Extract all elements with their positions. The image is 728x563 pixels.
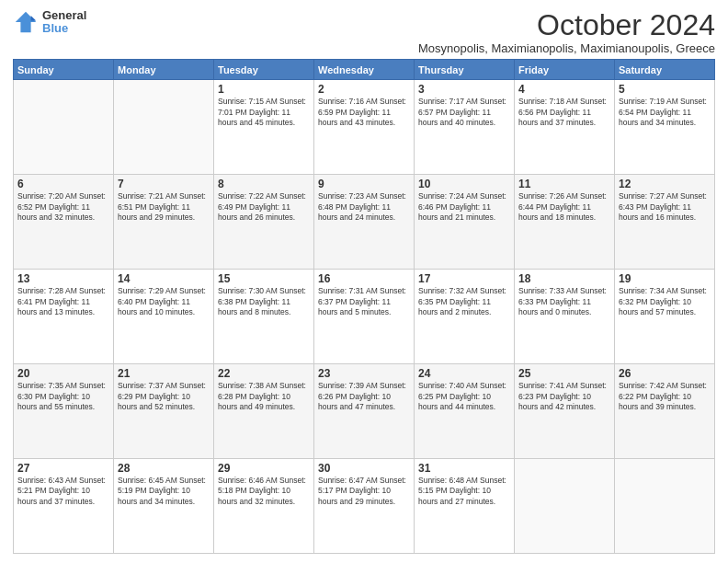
calendar-cell: 12Sunrise: 7:27 AM Sunset: 6:43 PM Dayli… [615, 175, 715, 270]
day-info: Sunrise: 7:30 AM Sunset: 6:38 PM Dayligh… [218, 286, 310, 317]
day-info: Sunrise: 6:46 AM Sunset: 5:18 PM Dayligh… [218, 476, 310, 507]
calendar-cell: 21Sunrise: 7:37 AM Sunset: 6:29 PM Dayli… [114, 364, 214, 459]
day-info: Sunrise: 7:17 AM Sunset: 6:57 PM Dayligh… [418, 97, 510, 128]
col-tuesday: Tuesday [214, 60, 314, 80]
location-subtitle: Mosynopolis, Maximianopolis, Maximianoup… [418, 41, 715, 55]
day-info: Sunrise: 6:48 AM Sunset: 5:15 PM Dayligh… [418, 476, 510, 507]
day-info: Sunrise: 7:39 AM Sunset: 6:26 PM Dayligh… [318, 381, 410, 412]
calendar-cell: 13Sunrise: 7:28 AM Sunset: 6:41 PM Dayli… [14, 270, 114, 364]
calendar-week-1: 1Sunrise: 7:15 AM Sunset: 7:01 PM Daylig… [14, 80, 715, 175]
day-info: Sunrise: 7:42 AM Sunset: 6:22 PM Dayligh… [619, 381, 711, 412]
calendar-cell: 26Sunrise: 7:42 AM Sunset: 6:22 PM Dayli… [615, 364, 715, 459]
calendar-cell: 19Sunrise: 7:34 AM Sunset: 6:32 PM Dayli… [615, 270, 715, 364]
calendar-cell: 22Sunrise: 7:38 AM Sunset: 6:28 PM Dayli… [214, 364, 314, 459]
day-number: 1 [218, 83, 310, 96]
day-number: 19 [619, 272, 711, 285]
day-number: 20 [17, 367, 109, 380]
logo: General Blue [13, 9, 86, 36]
day-info: Sunrise: 7:27 AM Sunset: 6:43 PM Dayligh… [619, 191, 711, 223]
calendar-cell: 29Sunrise: 6:46 AM Sunset: 5:18 PM Dayli… [214, 459, 314, 554]
day-number: 4 [518, 83, 610, 96]
calendar-cell: 7Sunrise: 7:21 AM Sunset: 6:51 PM Daylig… [114, 175, 214, 270]
day-info: Sunrise: 7:31 AM Sunset: 6:37 PM Dayligh… [318, 286, 410, 317]
day-number: 11 [518, 178, 610, 190]
day-info: Sunrise: 7:26 AM Sunset: 6:44 PM Dayligh… [518, 191, 610, 223]
calendar-cell: 15Sunrise: 7:30 AM Sunset: 6:38 PM Dayli… [214, 270, 314, 364]
col-saturday: Saturday [615, 60, 715, 80]
col-thursday: Thursday [415, 60, 515, 80]
day-info: Sunrise: 7:32 AM Sunset: 6:35 PM Dayligh… [418, 286, 510, 317]
day-info: Sunrise: 7:18 AM Sunset: 6:56 PM Dayligh… [518, 97, 610, 128]
day-number: 26 [619, 367, 711, 380]
day-info: Sunrise: 7:29 AM Sunset: 6:40 PM Dayligh… [118, 286, 210, 317]
calendar-cell: 30Sunrise: 6:47 AM Sunset: 5:17 PM Dayli… [314, 459, 415, 554]
day-number: 16 [318, 272, 410, 285]
month-title: October 2024 [418, 9, 715, 41]
day-info: Sunrise: 7:21 AM Sunset: 6:51 PM Dayligh… [118, 191, 210, 223]
calendar-cell: 11Sunrise: 7:26 AM Sunset: 6:44 PM Dayli… [515, 175, 615, 270]
day-info: Sunrise: 7:35 AM Sunset: 6:30 PM Dayligh… [17, 381, 109, 412]
calendar-cell: 28Sunrise: 6:45 AM Sunset: 5:19 PM Dayli… [114, 459, 214, 554]
day-number: 2 [318, 83, 410, 96]
page: General Blue October 2024 Mosynopolis, M… [0, 0, 728, 563]
day-number: 15 [218, 272, 310, 285]
day-number: 6 [17, 178, 109, 190]
calendar-cell: 31Sunrise: 6:48 AM Sunset: 5:15 PM Dayli… [415, 459, 515, 554]
col-friday: Friday [515, 60, 615, 80]
day-info: Sunrise: 7:16 AM Sunset: 6:59 PM Dayligh… [318, 97, 410, 128]
col-monday: Monday [114, 60, 214, 80]
day-info: Sunrise: 7:34 AM Sunset: 6:32 PM Dayligh… [619, 286, 711, 317]
day-number: 29 [218, 462, 310, 475]
calendar-cell: 16Sunrise: 7:31 AM Sunset: 6:37 PM Dayli… [314, 270, 415, 364]
logo-general-text: General [42, 9, 86, 22]
calendar-cell: 10Sunrise: 7:24 AM Sunset: 6:46 PM Dayli… [415, 175, 515, 270]
day-info: Sunrise: 7:19 AM Sunset: 6:54 PM Dayligh… [619, 97, 711, 128]
calendar-cell: 25Sunrise: 7:41 AM Sunset: 6:23 PM Dayli… [515, 364, 615, 459]
calendar-cell: 5Sunrise: 7:19 AM Sunset: 6:54 PM Daylig… [615, 80, 715, 175]
col-wednesday: Wednesday [314, 60, 415, 80]
day-number: 5 [619, 83, 711, 96]
day-number: 3 [418, 83, 510, 96]
day-number: 25 [518, 367, 610, 380]
day-number: 7 [118, 178, 210, 190]
day-number: 23 [318, 367, 410, 380]
day-number: 18 [518, 272, 610, 285]
calendar-cell: 1Sunrise: 7:15 AM Sunset: 7:01 PM Daylig… [214, 80, 314, 175]
calendar-cell [615, 459, 715, 554]
day-number: 13 [17, 272, 109, 285]
day-info: Sunrise: 6:43 AM Sunset: 5:21 PM Dayligh… [17, 476, 109, 507]
header: General Blue October 2024 Mosynopolis, M… [13, 9, 715, 55]
day-number: 22 [218, 367, 310, 380]
calendar-cell: 6Sunrise: 7:20 AM Sunset: 6:52 PM Daylig… [14, 175, 114, 270]
day-number: 12 [619, 178, 711, 190]
col-sunday: Sunday [14, 60, 114, 80]
calendar-cell: 20Sunrise: 7:35 AM Sunset: 6:30 PM Dayli… [14, 364, 114, 459]
calendar-week-5: 27Sunrise: 6:43 AM Sunset: 5:21 PM Dayli… [14, 459, 715, 554]
day-number: 21 [118, 367, 210, 380]
day-info: Sunrise: 7:37 AM Sunset: 6:29 PM Dayligh… [118, 381, 210, 412]
day-number: 30 [318, 462, 410, 475]
day-number: 27 [17, 462, 109, 475]
title-section: October 2024 Mosynopolis, Maximianopolis… [418, 9, 715, 55]
day-info: Sunrise: 7:24 AM Sunset: 6:46 PM Dayligh… [418, 191, 510, 223]
calendar-cell: 27Sunrise: 6:43 AM Sunset: 5:21 PM Dayli… [14, 459, 114, 554]
day-info: Sunrise: 7:20 AM Sunset: 6:52 PM Dayligh… [17, 191, 109, 223]
calendar-cell [114, 80, 214, 175]
day-info: Sunrise: 6:45 AM Sunset: 5:19 PM Dayligh… [118, 476, 210, 507]
calendar-header: Sunday Monday Tuesday Wednesday Thursday… [14, 60, 715, 80]
day-number: 17 [418, 272, 510, 285]
day-info: Sunrise: 7:33 AM Sunset: 6:33 PM Dayligh… [518, 286, 610, 317]
day-info: Sunrise: 7:40 AM Sunset: 6:25 PM Dayligh… [418, 381, 510, 412]
calendar-cell: 23Sunrise: 7:39 AM Sunset: 6:26 PM Dayli… [314, 364, 415, 459]
calendar-cell: 3Sunrise: 7:17 AM Sunset: 6:57 PM Daylig… [415, 80, 515, 175]
day-info: Sunrise: 7:22 AM Sunset: 6:49 PM Dayligh… [218, 191, 310, 223]
calendar-cell: 18Sunrise: 7:33 AM Sunset: 6:33 PM Dayli… [515, 270, 615, 364]
calendar-cell [515, 459, 615, 554]
day-info: Sunrise: 6:47 AM Sunset: 5:17 PM Dayligh… [318, 476, 410, 507]
calendar-week-3: 13Sunrise: 7:28 AM Sunset: 6:41 PM Dayli… [14, 270, 715, 364]
calendar-cell: 4Sunrise: 7:18 AM Sunset: 6:56 PM Daylig… [515, 80, 615, 175]
day-info: Sunrise: 7:38 AM Sunset: 6:28 PM Dayligh… [218, 381, 310, 412]
day-info: Sunrise: 7:41 AM Sunset: 6:23 PM Dayligh… [518, 381, 610, 412]
calendar-week-2: 6Sunrise: 7:20 AM Sunset: 6:52 PM Daylig… [14, 175, 715, 270]
day-number: 14 [118, 272, 210, 285]
